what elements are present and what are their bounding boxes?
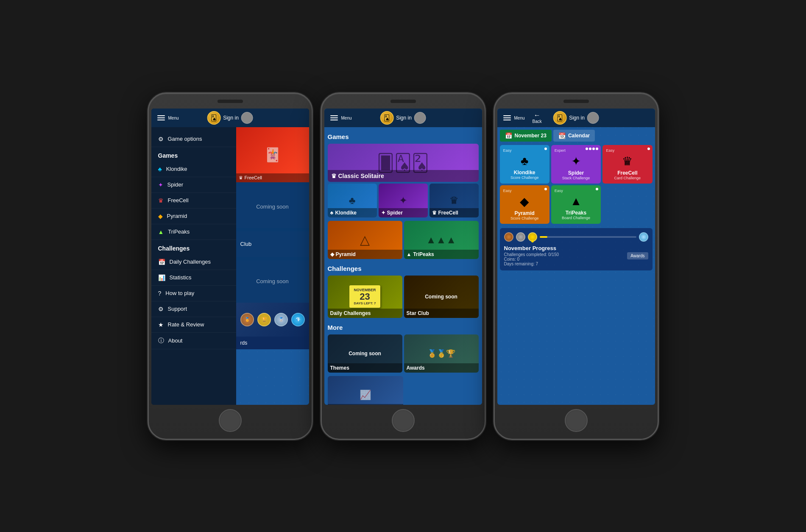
sign-in-text[interactable]: Sign in <box>223 115 239 121</box>
stats-art: 📈 <box>328 376 403 405</box>
sdot1 <box>586 148 588 150</box>
club-label: Club <box>240 241 252 247</box>
challenge-spider[interactable]: Expert ✦ Spider Stack Challenge <box>551 145 601 184</box>
coming-soon-text2: Coming soon <box>256 278 289 284</box>
sidebar-item-howto[interactable]: ? How to play <box>151 286 236 301</box>
coins-info: Coins: 0 <box>504 257 559 262</box>
pyramid-challenge-icon: ◆ <box>520 195 529 209</box>
awards-button[interactable]: Awards <box>627 252 648 259</box>
avatar-icon[interactable] <box>241 112 253 124</box>
sidebar-item-about[interactable]: ⓘ About <box>151 333 236 349</box>
challenge-pyramid[interactable]: Easy ◆ Pyramid Score Challenge <box>500 185 549 224</box>
phone3-sign-in[interactable]: Sign in <box>569 115 585 121</box>
star-club-label: Star Club <box>404 309 479 318</box>
sidebar-item-daily[interactable]: 📅 Daily Challenges <box>151 254 236 270</box>
fdot1 <box>647 148 650 150</box>
menu-button[interactable] <box>156 114 167 122</box>
awards-label: rds <box>240 340 248 346</box>
sidebar: ⚙ Game options Games ♣ Klondike ✦ Spider <box>151 127 236 405</box>
klondike-icon: ♣ <box>158 166 162 173</box>
klondike-game-name: Klondike <box>514 170 535 175</box>
phone2-sign-in[interactable]: Sign in <box>396 115 412 121</box>
tile-daily-challenges[interactable]: NOVEMBER 23 DAYS LEFT: 7 Daily Challenge… <box>328 276 402 318</box>
sidebar-item-statistics[interactable]: 📊 Statistics <box>151 270 236 286</box>
tripeaks-challenge-type: Board Challenge <box>562 216 590 220</box>
tile-klondike[interactable]: ♣ ♣ Klondike <box>328 184 377 217</box>
tripeaks-tile-label: ▲ TriPeaks <box>404 250 479 259</box>
sdot4 <box>596 148 598 150</box>
challenges-grid: NOVEMBER 23 DAYS LEFT: 7 Daily Challenge… <box>328 276 479 318</box>
medal-gold: 🏆 <box>257 313 271 326</box>
sidebar-item-klondike[interactable]: ♣ Klondike <box>151 162 236 177</box>
tripeaks-game-name: TriPeaks <box>566 210 586 216</box>
tile-statistics[interactable]: 📈 Statistics ▾ <box>328 376 403 405</box>
freecell-tile-icon: ♛ <box>239 175 243 181</box>
challenge-tripeaks[interactable]: Easy ▲ TriPeaks Board Challenge <box>551 185 601 224</box>
sidebar-item-freecell[interactable]: ♛ FreeCell <box>151 193 236 209</box>
phone2-menu-label: Menu <box>341 116 352 120</box>
phone3-avatar[interactable] <box>587 112 599 124</box>
phone-3-screen: Menu ← Back 🂡 Sign in <box>497 109 655 405</box>
tile-pyramid[interactable]: △ ◆ Pyramid <box>328 221 402 259</box>
menu-label: Menu <box>168 116 179 120</box>
phone3-header: Menu ← Back 🂡 Sign in <box>497 109 655 127</box>
calendar-tab-label: Calendar <box>568 133 590 139</box>
tile-star-club[interactable]: Coming soon Star Club <box>404 276 479 318</box>
pyramid-icon-label: ◆ <box>330 251 334 257</box>
tile-classic-solitaire[interactable]: 🂠🂡🂢 ♛ Classic Solitaire <box>328 144 479 182</box>
daily-icon: 📅 <box>158 259 165 265</box>
screen2: Menu 🂡 Sign in Games 🂠🂡🂢 <box>324 109 482 405</box>
crown-logo: 🂡 <box>207 111 220 125</box>
sidebar-item-tripeaks[interactable]: ▲ TriPeaks <box>151 224 236 240</box>
phone2-menu-button[interactable] <box>329 114 340 122</box>
freecell-crown-p2: ♛ <box>432 210 437 216</box>
progress-medals <box>504 232 648 242</box>
gear-icon: ⚙ <box>158 136 164 142</box>
pyramid-challenge-type: Score Challenge <box>510 216 539 220</box>
pyramid-label: Pyramid <box>167 213 187 219</box>
progress-title: November Progress <box>504 245 648 251</box>
tile-tripeaks[interactable]: ▲▲▲ ▲ TriPeaks <box>404 221 479 259</box>
freecell-dots <box>647 148 650 150</box>
medal-silver: 🥈 <box>274 313 288 326</box>
freecell-challenge-type: Card Challenge <box>614 176 641 180</box>
back-arrow-icon: ← <box>534 111 541 119</box>
spider-difficulty: Expert <box>555 148 566 153</box>
star-club-coming-soon: Coming soon <box>425 294 457 300</box>
tile-awards[interactable]: 🏅🥇🏆 Awards <box>404 334 479 373</box>
phone3-menu-label: Menu <box>514 116 525 120</box>
tile-spider[interactable]: ✦ ✦ Spider <box>379 184 428 217</box>
pyramid-game-name: Pyramid <box>514 210 534 216</box>
klondike-dots <box>544 148 547 150</box>
phone-1-screen: Menu 🂡 Sign in ⚙ Game opti <box>151 109 309 405</box>
phone2-header-center: 🂡 Sign in <box>380 111 426 125</box>
challenge-klondike[interactable]: Easy ♣ Klondike Score Challenge <box>500 145 549 184</box>
tile-themes[interactable]: Coming soon Themes <box>328 334 402 373</box>
phone3-menu-button[interactable] <box>502 114 513 122</box>
phone2-header: Menu 🂡 Sign in <box>324 109 482 127</box>
freecell-tile-label-p2: ♛ FreeCell <box>429 208 479 217</box>
howto-icon: ? <box>158 290 162 297</box>
about-label: About <box>168 337 183 344</box>
back-button[interactable]: ← Back <box>530 111 544 125</box>
challenge-freecell[interactable]: Easy ♛ FreeCell Card Challenge <box>602 145 652 184</box>
sidebar-item-rate[interactable]: ★ Rate & Review <box>151 317 236 333</box>
tripeaks-icon: ▲ <box>158 228 164 235</box>
freecell-challenge-icon: ♛ <box>622 154 633 168</box>
tripeaks-icon-label: ▲ <box>407 251 412 257</box>
phone2-avatar[interactable] <box>414 112 426 124</box>
sidebar-item-game-options[interactable]: ⚙ Game options <box>151 131 236 147</box>
tile-freecell[interactable]: ♛ ♛ FreeCell <box>429 184 479 217</box>
sidebar-item-spider[interactable]: ✦ Spider <box>151 177 236 193</box>
themes-label: Themes <box>328 363 402 373</box>
sidebar-item-pyramid[interactable]: ◆ Pyramid <box>151 209 236 224</box>
date-tab-calendar[interactable]: 📆 Calendar <box>553 130 595 142</box>
calendar-note: NOVEMBER 23 DAYS LEFT: 7 <box>349 285 380 308</box>
spider-tile-label: ✦ Spider <box>379 208 428 217</box>
pyramid-icon: ◆ <box>158 213 163 220</box>
sidebar-item-support[interactable]: ⚙ Support <box>151 301 236 317</box>
challenges-section: Challenges <box>328 262 479 276</box>
games-section-title: Games <box>151 147 236 162</box>
date-tab-nov23[interactable]: 📅 November 23 <box>500 130 552 142</box>
games-grid: ♣ ♣ Klondike ✦ ✦ Spider <box>328 184 479 217</box>
